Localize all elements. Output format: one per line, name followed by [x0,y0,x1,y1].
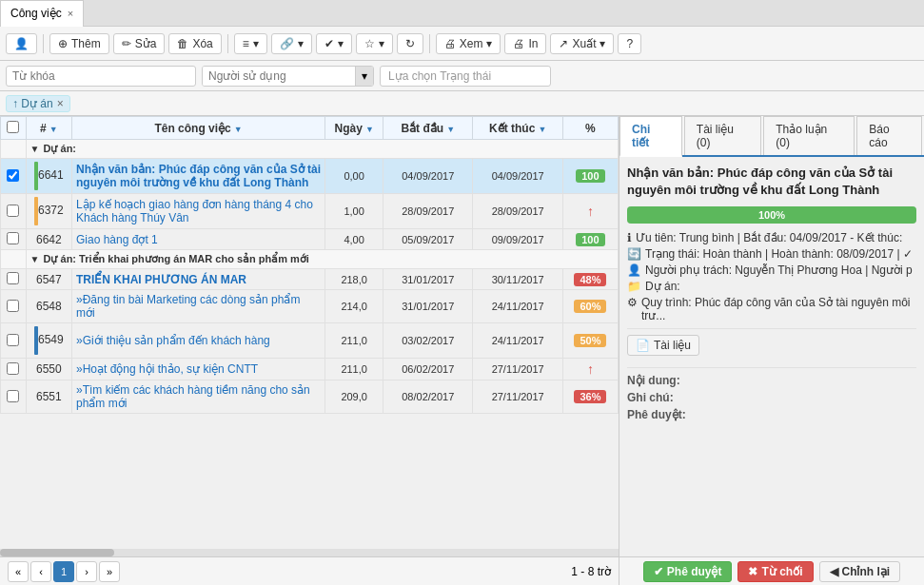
approve-button[interactable]: ✔ Phê duyệt [643,561,733,582]
row-day-cell: 0,00 [325,159,383,194]
keyword-input[interactable] [6,66,196,87]
check-button[interactable]: ✔ ▾ [316,33,352,54]
first-page-button[interactable]: « [8,561,29,582]
view-button[interactable]: 🖨 Xem ▾ [436,33,501,54]
star-button[interactable]: ☆ ▾ [356,33,393,54]
filter-icon-start[interactable]: ▼ [446,125,455,134]
row-id: 6642 [36,233,62,246]
main-window: Công việc × 👤 ⊕ Thêm ✏ Sửa 🗑 Xóa ≡ ▾ 🔗 ▾ [0,0,924,585]
user-select-arrow[interactable]: ▾ [355,67,373,86]
link-button[interactable]: 🔗 ▾ [271,33,312,54]
filter-icon-end[interactable]: ▼ [538,125,546,134]
edit-button[interactable]: ✏ Sửa [113,33,166,54]
row-checkbox[interactable] [7,300,19,312]
task-name-link[interactable]: Giao hàng đợt 1 [76,233,158,246]
help-button[interactable]: ? [618,33,641,54]
refresh-button[interactable]: ↻ [397,33,423,54]
doc-icon: 📄 [636,339,650,352]
progress-bar-fill: 100% [627,206,916,224]
scrollbar-thumb[interactable] [0,549,114,556]
info-icon-5: ⚙ [627,296,638,309]
tab-close-icon[interactable]: × [68,8,73,19]
row-pct-cell: ↑ [562,359,618,380]
table-row[interactable]: 6550 »Hoạt động hội thảo, sự kiện CNTT 2… [1,359,619,380]
task-name-link[interactable]: TRIỂN KHAI PHƯƠNG ÁN MAR [76,273,246,286]
toolbar-sep-2 [227,34,228,53]
tab-label: Công việc [10,7,62,20]
table-row[interactable]: 6548 »Đăng tin bài Marketing các dòng sả… [1,290,619,323]
row-day-cell: 214,0 [325,290,383,323]
correct-icon: ◀ [830,565,838,578]
row-checkbox[interactable] [7,169,19,182]
page-1-button[interactable]: 1 [53,561,74,582]
progress-bar-wrap: 100% [627,206,916,224]
row-start-cell: 06/02/2017 [383,359,473,380]
row-id-cell: 6372 [26,194,71,229]
row-id-cell: 6549 [26,323,71,359]
task-name-link[interactable]: »Hoạt động hội thảo, sự kiện CNTT [76,362,258,376]
approve-field: Phê duyệt: [627,408,916,421]
col-header-end: Kết thúc ▼ [473,117,562,140]
menu-icon: ≡ [243,37,249,50]
user-input[interactable] [203,67,355,86]
tab-bar: Công việc × [0,0,924,27]
row-checkbox[interactable] [7,362,19,375]
logo-icon: 👤 [14,37,29,50]
row-checkbox[interactable] [7,334,19,346]
last-page-button[interactable]: » [99,561,120,582]
tab-tailieu[interactable]: Tài liệu (0) [684,116,761,155]
tag-label: ↑ Dự án [12,97,53,110]
col-header-num: # ▼ [26,117,71,140]
task-name-link[interactable]: »Đăng tin bài Marketing các dòng sản phẩ… [76,293,300,320]
state-filter[interactable]: Lựa chọn Trạng thái [380,66,551,87]
row-checkbox[interactable] [7,272,19,284]
row-checkbox[interactable] [7,205,19,217]
row-pct-cell: ↑ [562,194,618,229]
correct-button[interactable]: ◀ Chỉnh lại [819,561,901,582]
content-field: Nội dung: [627,374,916,387]
doc-button[interactable]: 📄 Tài liệu [627,335,699,356]
filter-icon-name[interactable]: ▼ [234,125,243,134]
tab-baocao[interactable]: Báo cáo [856,116,922,155]
logo-button[interactable]: 👤 [6,33,37,54]
table-row[interactable]: 6551 »Tìm kiếm các khách hàng tiềm năng … [1,380,619,414]
task-name-link[interactable]: »Giới thiệu sản phẩm đến khách hàng [76,334,270,347]
table-row[interactable]: 6642 Giao hàng đợt 1 4,00 05/09/2017 09/… [1,229,619,250]
table-row[interactable]: 6549 »Giới thiệu sản phẩm đến khách hàng… [1,323,619,359]
task-name-link[interactable]: Nhận văn bản: Phúc đáp công văn của Sở t… [76,163,321,189]
task-name-link[interactable]: »Tìm kiếm các khách hàng tiềm năng cho s… [76,383,310,410]
table-row[interactable]: 6641 Nhận văn bản: Phúc đáp công văn của… [1,159,619,194]
export-button[interactable]: ↗ Xuất ▾ [550,33,614,54]
menu-button[interactable]: ≡ ▾ [234,33,267,54]
table-row[interactable]: 6547 TRIỂN KHAI PHƯƠNG ÁN MAR 218,0 31/0… [1,269,619,290]
add-button[interactable]: ⊕ Thêm [49,33,109,54]
row-id: 6547 [36,273,62,286]
divider-2 [627,367,916,368]
row-checkbox[interactable] [7,232,19,244]
filter-icon-num[interactable]: ▼ [49,125,58,134]
tab-thaoluan[interactable]: Thảo luận (0) [763,116,855,155]
table-row[interactable]: 6372 Lập kế hoạch giao hàng đơn hàng thá… [1,194,619,229]
note-field: Ghi chú: [627,391,916,404]
next-page-button[interactable]: › [76,561,97,582]
print-button[interactable]: 🖨 In [504,33,546,54]
filter-bar: ▾ Lựa chọn Trạng thái [0,61,924,91]
select-all-checkbox[interactable] [7,121,19,133]
task-name-link[interactable]: Lập kế hoạch giao hàng đơn hàng tháng 4 … [76,198,313,224]
row-checkbox[interactable] [7,390,19,402]
prev-page-button[interactable]: ‹ [30,561,51,582]
detail-info-assignee: 👤 Người phụ trách: Nguyễn Thị Phương Hoa… [627,263,916,277]
row-check-cell [1,229,27,250]
tab-congviec[interactable]: Công việc × [0,0,84,27]
refresh-icon: ↻ [405,37,415,50]
horizontal-scrollbar[interactable] [0,549,619,556]
reject-button[interactable]: ✖ Từ chối [737,561,813,582]
tag-remove-icon[interactable]: × [57,97,64,110]
filter-icon-day[interactable]: ▼ [365,125,374,134]
row-id: 6549 [38,333,64,346]
row-check-cell [1,380,27,414]
delete-button[interactable]: 🗑 Xóa [168,33,221,54]
tab-chitiet[interactable]: Chi tiết [619,116,682,157]
row-end-cell: 24/11/2017 [473,290,562,323]
page-buttons: « ‹ 1 › » [8,561,120,582]
